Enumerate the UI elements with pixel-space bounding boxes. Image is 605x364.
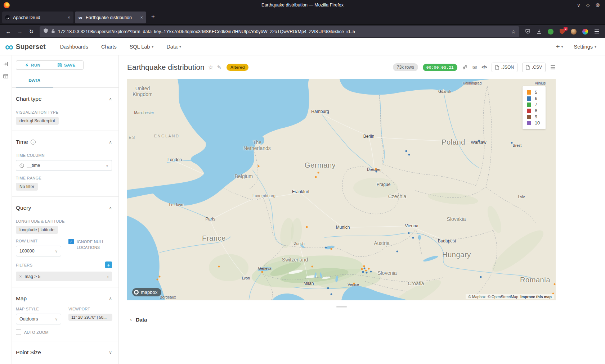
mapbox-attribution-link[interactable]: © Mapbox	[468, 295, 485, 299]
app-nav: Dashboards Charts SQL Lab ▾ Data ▾	[60, 44, 181, 50]
tab-close-icon[interactable]: ×	[139, 15, 144, 20]
dataset-table-icon[interactable]	[3, 73, 9, 81]
new-tab-button[interactable]: +	[148, 13, 158, 21]
url-bar[interactable]: 172.18.0.3:32108/superset/explore/?form_…	[40, 26, 519, 37]
chevron-up-icon[interactable]: ∧	[109, 205, 112, 210]
chevron-down-icon: ∨	[55, 317, 58, 321]
reload-button[interactable]: ↻	[26, 27, 37, 37]
extension-badge: 2	[564, 27, 568, 31]
extension-green-icon[interactable]	[545, 27, 556, 37]
filter-chip[interactable]: × mag > 5 ›	[16, 272, 112, 281]
ignore-null-checkbox[interactable]: ✓	[68, 239, 74, 244]
url-text[interactable]: 172.18.0.3:32108/superset/explore/?form_…	[58, 29, 508, 34]
tab-data[interactable]: DATA	[16, 75, 53, 87]
new-item-button[interactable]: + ▾	[556, 43, 563, 51]
section-chart-type-header[interactable]: Chart type ∧	[16, 96, 112, 102]
auto-zoom-label[interactable]: AUTO ZOOM	[24, 329, 49, 335]
improve-map-link[interactable]: Improve this map	[520, 295, 552, 299]
run-button[interactable]: RUN	[16, 61, 50, 69]
time-range-label: TIME RANGE	[16, 176, 112, 180]
data-section-header[interactable]: › Data	[127, 312, 556, 327]
forward-button[interactable]: →	[14, 27, 25, 37]
nav-item-data[interactable]: Data ▾	[166, 44, 181, 50]
edit-properties-icon[interactable]: ✎	[217, 64, 221, 70]
section-point-size-header[interactable]: Point Size ∨	[16, 349, 112, 356]
caret-down-icon: ▾	[595, 45, 596, 49]
firefox-logo-icon	[4, 2, 10, 8]
window-title: Earthquake distribution — Mozilla Firefo…	[0, 3, 605, 8]
superset-logo-icon: ∞	[5, 42, 13, 51]
row-limit-select[interactable]: 100000 ∨	[16, 246, 61, 256]
viz-type-chip[interactable]: deck.gl Scatterplot	[16, 117, 59, 125]
chart-menu-icon[interactable]	[550, 65, 556, 69]
window-minimize-button[interactable]: ∨	[577, 3, 581, 8]
auto-zoom-checkbox[interactable]	[16, 329, 21, 335]
back-button[interactable]: ←	[3, 27, 14, 37]
superset-brand[interactable]: ∞ Superset	[5, 42, 46, 51]
embed-code-icon[interactable]: </>	[481, 65, 487, 70]
section-map-header[interactable]: Map ∧	[16, 295, 112, 302]
header-right: + ▾ Settings ▾	[556, 43, 596, 51]
chevron-up-icon[interactable]: ∧	[109, 296, 112, 301]
section-query-header[interactable]: Query ∧	[16, 205, 112, 211]
panel-resize-handle[interactable]	[333, 306, 349, 308]
downloads-icon[interactable]	[534, 27, 544, 37]
export-json-button[interactable]: .JSON	[492, 63, 517, 72]
window-maximize-button[interactable]: ◇	[586, 3, 590, 8]
file-icon	[526, 65, 530, 70]
chart-header: Earthquake distribution ☆ ✎ Altered 73k …	[127, 60, 556, 74]
chevron-down-icon[interactable]: ∨	[109, 350, 112, 355]
favorite-star-icon[interactable]: ☆	[208, 64, 214, 71]
share-link-icon[interactable]	[462, 64, 468, 70]
menu-button[interactable]	[591, 27, 602, 37]
main-content: Earthquake distribution ☆ ✎ Altered 73k …	[119, 55, 605, 364]
lonlat-chip[interactable]: longitude | latitude	[16, 226, 58, 234]
map-canvas[interactable]: United KingdomENGLANDESThe NetherlandsBe…	[127, 79, 556, 300]
ignore-null-row: ✓ IGNORE NULL LOCATIONS	[68, 239, 112, 250]
tracking-protection-shield-icon[interactable]	[43, 28, 48, 35]
ignore-null-label[interactable]: IGNORE NULL LOCATIONS	[77, 239, 112, 250]
filters-label: FILTERS	[16, 263, 32, 267]
legend-swatch	[527, 121, 531, 125]
tab-label: Apache Druid	[13, 15, 64, 20]
map-style-select[interactable]: Outdoors ∨	[16, 314, 61, 324]
data-section-title: Data	[136, 317, 147, 323]
save-button[interactable]: SAVE	[50, 61, 84, 69]
viewport-chip[interactable]: 11° 28' 29.70" | 50...	[68, 314, 112, 321]
nav-item-sql-lab[interactable]: SQL Lab ▾	[130, 44, 154, 50]
pocket-icon[interactable]	[522, 27, 533, 37]
settings-menu[interactable]: Settings ▾	[574, 44, 596, 50]
app-body: RUN SAVE DATA Chart type ∧ VISUALIZATION…	[0, 55, 605, 364]
legend-item: 9	[527, 114, 540, 119]
osm-attribution-link[interactable]: © OpenStreetMap	[488, 295, 518, 299]
time-column-select[interactable]: __time ∨	[16, 160, 112, 171]
window-close-button[interactable]: ⊗	[595, 2, 600, 8]
tab-close-icon[interactable]: ×	[67, 15, 71, 20]
run-save-group: RUN SAVE	[16, 60, 84, 70]
mapbox-logo[interactable]: mapbox	[132, 288, 161, 296]
time-range-chip[interactable]: No filter	[16, 183, 38, 191]
site-security-lock-icon[interactable]	[51, 28, 55, 35]
chevron-up-icon[interactable]: ∧	[109, 96, 112, 101]
app-header: ∞ Superset Dashboards Charts SQL Lab ▾ D…	[0, 38, 605, 55]
ublock-extension-icon[interactable]: 2	[557, 27, 568, 37]
account-avatar[interactable]	[568, 27, 579, 37]
remove-filter-icon[interactable]: ×	[19, 274, 22, 279]
section-time-header[interactable]: Time i ∧	[16, 139, 112, 145]
nav-item-dashboards[interactable]: Dashboards	[60, 44, 88, 50]
section-query: Query ∧ LONGITUDE & LATITUDE longitude |…	[12, 196, 118, 287]
extension-pinwheel-icon[interactable]	[580, 27, 591, 37]
bookmark-star-icon[interactable]: ☆	[511, 29, 516, 35]
lonlat-label: LONGITUDE & LATITUDE	[16, 219, 112, 223]
tab-earthquake-distribution[interactable]: ∞ Earthquake distribution ×	[75, 12, 146, 23]
nav-item-charts[interactable]: Charts	[101, 44, 117, 50]
add-filter-button[interactable]: +	[105, 261, 112, 268]
legend-swatch	[527, 109, 531, 113]
chevron-right-icon: ›	[130, 317, 132, 323]
legend-label: 5	[535, 90, 537, 95]
email-icon[interactable]: ✉	[472, 64, 477, 70]
export-csv-button[interactable]: .CSV	[522, 63, 546, 72]
tab-apache-druid[interactable]: Apache Druid ×	[2, 12, 73, 23]
expand-panel-icon[interactable]	[3, 61, 9, 68]
chevron-up-icon[interactable]: ∧	[109, 140, 112, 145]
